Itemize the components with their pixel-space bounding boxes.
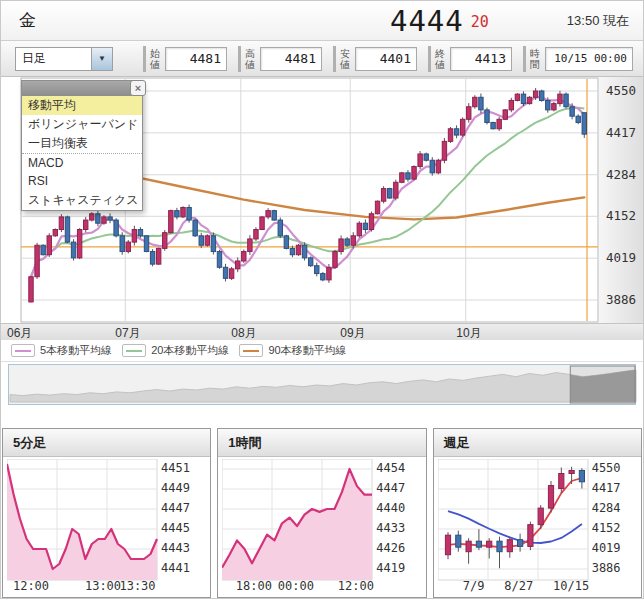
candle [169,211,173,233]
candle [476,541,481,547]
candle [290,248,294,254]
month-axis: 06月07月08月09月10月 [1,323,643,340]
x-tick-label: 12:00 [13,579,49,593]
y-tick-label: 3886 [592,561,621,575]
candle [445,535,450,555]
x-tick-label: 12:00 [338,579,374,593]
y-tick-label: 4152 [592,521,621,535]
candle [315,266,319,274]
y-tick-label: 4445 [161,521,190,535]
y-tick-label: 4433 [376,521,405,535]
field-label: 安値 [340,48,352,70]
candle [321,274,325,280]
close-icon[interactable]: × [130,80,146,96]
y-tick-label: 4019 [592,541,621,555]
x-tick-label: 7/9 [463,579,485,593]
field-value[interactable]: 4481 [165,47,227,71]
field-price: 安値4401 [333,46,417,72]
field-bar [523,46,526,72]
y-tick-label: 4019 [606,250,636,265]
candle [150,252,154,265]
candle [527,97,531,103]
field-value[interactable]: 4413 [450,47,512,71]
candle [236,261,240,269]
candle [35,245,39,276]
candle [254,230,258,239]
panel-1hour-title: 1時間 [228,434,261,452]
candle [102,217,106,223]
mini-weekly-chart: 455044174284415240193886 [434,457,641,579]
field-price: 始値4481 [143,46,227,72]
menu-item[interactable]: RSI [22,172,142,191]
field-value[interactable]: 4401 [355,47,417,71]
y-tick-label: 4550 [592,461,621,475]
candle [503,110,507,119]
field-label: 始値 [150,48,162,70]
mini-1hour-x-axis: 18:0000:0012:00 [218,579,425,597]
candle [96,214,100,223]
menu-item[interactable]: 移動平均 [22,96,142,115]
candle [90,214,94,220]
candle [278,220,282,236]
candle [558,94,562,103]
mini-1hour-chart: 445444474440443344264419 [218,457,425,579]
y-tick-label: 4550 [606,83,636,98]
candle [515,94,519,100]
candle [333,252,337,268]
menu-item[interactable]: MACD [22,153,142,172]
field-label: 高値 [245,48,257,70]
candle [394,182,398,198]
y-tick-label: 4447 [376,481,405,495]
candle [345,239,349,245]
ma-legend: 5本移動平均線20本移動平均線90本移動平均線 [1,340,643,362]
y-tick-label: 4284 [592,501,621,515]
candle [229,269,233,278]
legend-label: 5本移動平均線 [40,343,112,358]
menu-item[interactable]: 一目均衡表 [22,134,142,153]
candle [223,267,227,278]
candle [485,110,489,123]
candle [369,214,373,230]
x-tick-label: 8/27 [504,579,533,593]
ohlc-fields: 始値4481高値4481安値4401終値4413時間10/15 00:00 [132,46,633,72]
timeframe-select[interactable]: 日足 ▼ [15,47,113,71]
y-tick-label: 4419 [376,561,405,575]
field-bar [428,46,431,72]
candle [59,217,63,230]
candle [126,242,130,251]
x-tick-label: 13:00 [85,579,121,593]
indicator-menu-titlebar[interactable]: × [22,81,142,96]
candle [430,160,434,173]
spacer [1,405,643,428]
legend-swatch [239,344,263,357]
panel-5min[interactable]: 5分足 445144494447444544434441 12:0013:001… [2,428,211,598]
menu-item[interactable]: ボリンジャーバンド [22,115,142,134]
legend-swatch [122,344,146,357]
range-navigator[interactable] [8,364,636,405]
candle [284,236,288,249]
panel-1hour-header: 1時間 [218,429,425,457]
field-value[interactable]: 4481 [260,47,322,71]
legend-item: 5本移動平均線 [11,343,112,358]
trading-widget: 金 4444 20 13:50 現在 日足 ▼ 始値4481高値4481安値44… [0,0,644,599]
candle [114,220,118,236]
daily-chart-area[interactable]: 455044174284415240193886 06月07月08月09月10月… [1,77,643,340]
menu-item[interactable]: ストキャスティクス [22,191,142,210]
panel-1hour[interactable]: 1時間 445444474440443344264419 18:0000:001… [217,428,426,598]
x-tick-label: 13:30 [119,579,155,593]
candle [71,242,75,258]
field-bar [333,46,336,72]
panel-weekly[interactable]: 週足 455044174284415240193886 7/98/2710/15 [433,428,642,598]
candle [77,230,81,258]
candle [375,201,379,214]
mini-chart-row: 5分足 445144494447444544434441 12:0013:001… [1,428,643,598]
navigator-selection [570,366,635,403]
panel-weekly-header: 週足 [434,429,641,457]
quote-time: 13:50 現在 [567,12,629,30]
y-tick-label: 4451 [161,461,190,475]
y-tick-label: 4417 [592,481,621,495]
field-value[interactable]: 10/15 00:00 [545,47,633,71]
timeframe-value: 日足 [16,50,91,67]
current-price: 4444 [390,4,464,38]
chevron-down-icon[interactable]: ▼ [91,48,112,70]
